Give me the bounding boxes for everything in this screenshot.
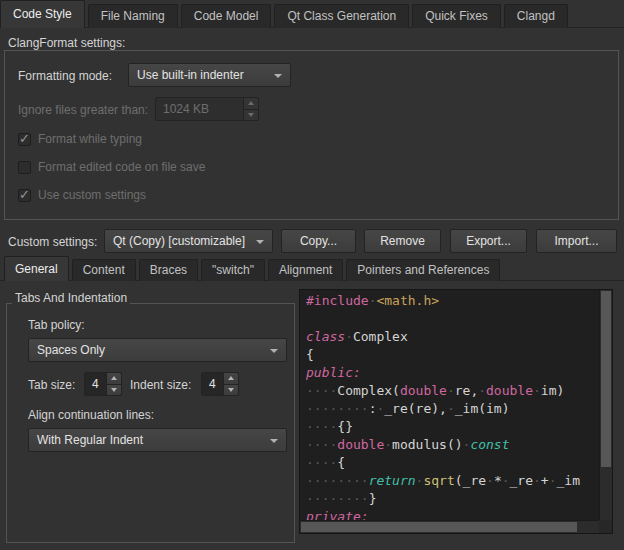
- import-button[interactable]: Import...: [536, 229, 617, 253]
- tab-policy-value: Spaces Only: [37, 343, 105, 357]
- spin-up-icon[interactable]: [106, 373, 121, 385]
- checkbox-icon: [18, 161, 31, 174]
- tab-switch[interactable]: "switch": [201, 259, 265, 281]
- formatting-mode-value: Use built-in indenter: [137, 68, 244, 82]
- custom-settings-label: Custom settings:: [8, 235, 97, 249]
- spin-up-icon[interactable]: [223, 373, 238, 385]
- tabs-indentation-group-title: Tabs And Indentation: [12, 291, 130, 305]
- tab-general[interactable]: General: [4, 256, 69, 281]
- use-custom-settings-checkbox: Use custom settings: [18, 187, 146, 203]
- spin-up-icon: [243, 98, 258, 110]
- tab-qt-class-generation[interactable]: Qt Class Generation: [274, 4, 409, 28]
- export-button[interactable]: Export...: [450, 229, 527, 253]
- ignore-files-label: Ignore files greater than:: [18, 103, 148, 117]
- code-style-settings-page: Code Style File Naming Code Model Qt Cla…: [0, 0, 624, 550]
- tab-size-value: 4: [92, 377, 99, 391]
- clangformat-group-title: ClangFormat settings:: [8, 36, 125, 50]
- tab-policy-combo[interactable]: Spaces Only: [28, 338, 287, 362]
- spinner-buttons: [243, 98, 258, 120]
- code-preview-editor[interactable]: #include·<math.h> class·Complex{public:·…: [299, 289, 613, 534]
- tab-content[interactable]: Content: [72, 259, 136, 281]
- chevron-down-icon: [256, 240, 264, 244]
- tab-policy-label: Tab policy:: [28, 318, 85, 332]
- indent-size-spinbox[interactable]: 4: [201, 372, 239, 396]
- format-while-typing-checkbox: Format while typing: [18, 131, 142, 147]
- chevron-down-icon: [274, 74, 282, 78]
- horizontal-scrollbar-thumb[interactable]: [301, 522, 577, 532]
- copy-button[interactable]: Copy...: [281, 229, 356, 253]
- ignore-files-value: 1024 KB: [163, 102, 209, 116]
- tab-code-model[interactable]: Code Model: [181, 4, 272, 28]
- formatting-mode-combo[interactable]: Use built-in indenter: [128, 63, 291, 87]
- scrollbar-corner: [599, 520, 612, 533]
- chevron-down-icon: [270, 439, 278, 443]
- custom-settings-value: Qt (Copy) [customizable]: [113, 234, 245, 248]
- spin-down-icon: [243, 110, 258, 121]
- checkbox-label: Use custom settings: [38, 188, 146, 202]
- tab-pointers-references[interactable]: Pointers and References: [346, 259, 500, 281]
- style-tab-bar: General Content Braces "switch" Alignmen…: [4, 256, 503, 281]
- checkbox-label: Format while typing: [38, 132, 142, 146]
- align-continuation-combo[interactable]: With Regular Indent: [28, 428, 287, 452]
- indent-size-label: Indent size:: [130, 378, 191, 392]
- tab-size-label: Tab size:: [28, 378, 75, 392]
- spin-down-icon[interactable]: [223, 385, 238, 396]
- format-on-save-checkbox: Format edited code on file save: [18, 159, 205, 175]
- tab-size-spinbox[interactable]: 4: [84, 372, 122, 396]
- align-continuation-label: Align continuation lines:: [28, 408, 154, 422]
- ignore-files-spinbox: 1024 KB: [155, 97, 259, 121]
- remove-button[interactable]: Remove: [364, 229, 441, 253]
- spinner-buttons: [223, 373, 238, 395]
- custom-settings-combo[interactable]: Qt (Copy) [customizable]: [104, 229, 273, 253]
- checkbox-icon: [18, 133, 31, 146]
- chevron-down-icon: [270, 349, 278, 353]
- tab-quick-fixes[interactable]: Quick Fixes: [412, 4, 501, 28]
- vertical-scrollbar[interactable]: [599, 290, 612, 520]
- checkbox-icon: [18, 189, 31, 202]
- vertical-scrollbar-thumb[interactable]: [601, 291, 611, 467]
- tab-alignment[interactable]: Alignment: [268, 259, 343, 281]
- tab-braces[interactable]: Braces: [139, 259, 198, 281]
- formatting-mode-label: Formatting mode:: [18, 69, 112, 83]
- tab-clangd[interactable]: Clangd: [504, 4, 568, 28]
- spinner-buttons: [106, 373, 121, 395]
- spin-down-icon[interactable]: [106, 385, 121, 396]
- tab-file-naming[interactable]: File Naming: [88, 4, 178, 28]
- horizontal-scrollbar[interactable]: [300, 520, 599, 533]
- indent-size-value: 4: [209, 377, 216, 391]
- tab-code-style[interactable]: Code Style: [0, 0, 85, 28]
- settings-tab-bar: Code Style File Naming Code Model Qt Cla…: [0, 0, 571, 28]
- align-continuation-value: With Regular Indent: [37, 433, 143, 447]
- code-editor-lines[interactable]: #include·<math.h> class·Complex{public:·…: [300, 290, 599, 520]
- checkbox-label: Format edited code on file save: [38, 160, 205, 174]
